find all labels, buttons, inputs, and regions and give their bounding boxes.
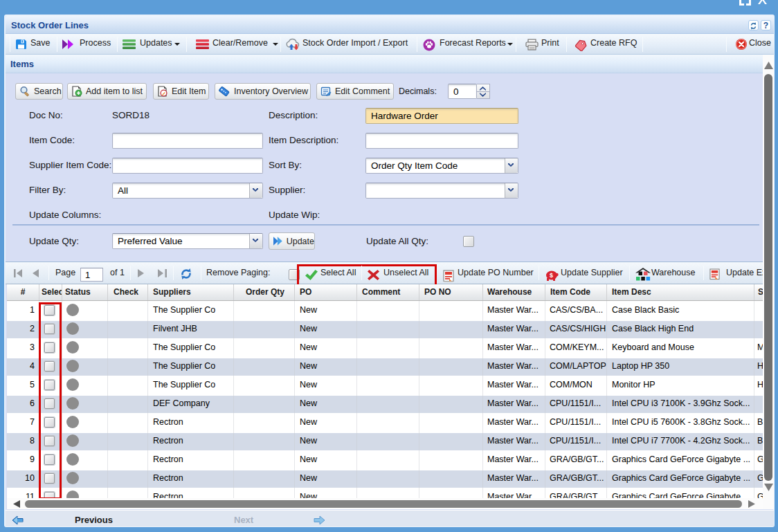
svg-text:$: $ <box>550 272 553 279</box>
